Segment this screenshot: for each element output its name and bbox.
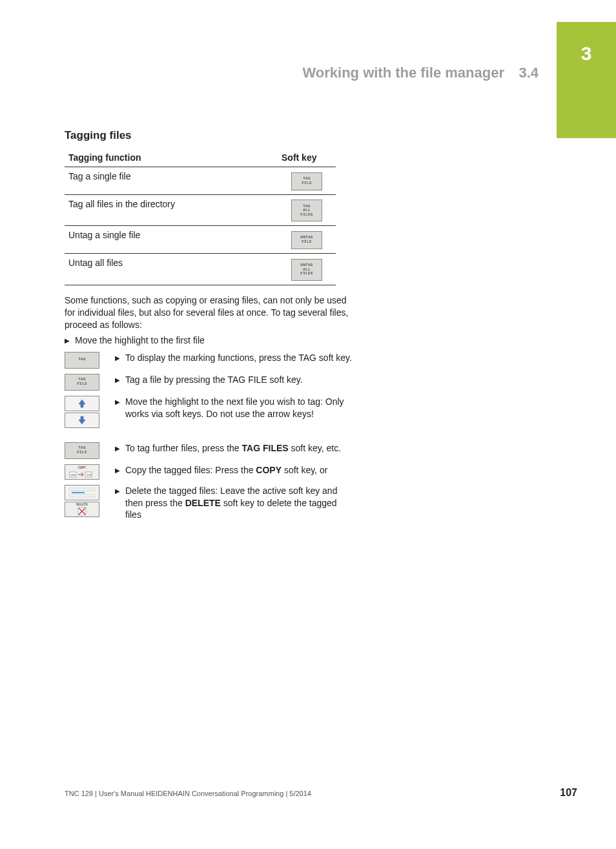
triangle-bullet-icon: ▶ [115,444,120,453]
softkey-tag-all-files-icon: TAG ALL FILES [291,199,322,221]
step-text: Delete the tagged files: Leave the activ… [125,485,355,522]
triangle-bullet-icon: ▶ [115,398,120,407]
softkey-tag-icon: TAG [65,352,99,369]
step-key-column [65,396,115,428]
step-row: ▶ Move the highlight to the next file yo… [65,396,355,428]
step-key-column: TAG FILE [65,374,115,391]
softkey-cell: TAG FILE [278,167,336,195]
header-section-number: 3.4 [518,65,539,81]
svg-rect-4 [69,488,95,491]
step-text: Tag a file by pressing the TAG FILE soft… [125,374,303,386]
softkey-untag-all-files-icon: UNTAG ALL FILES [291,259,322,281]
step-key-column: TAG FILE [65,442,115,459]
step-row: COPY ABC XYZ ▶ Copy the tagged files: P [65,464,355,480]
tagging-functions-table: Tagging function Soft key Tag a single f… [65,150,336,285]
step-text: Move the highlight to the next file you … [125,396,355,420]
step-text: To tag further files, press the TAG FILE… [125,442,341,455]
bullet-text: Move the highlight to the first file [75,335,205,345]
intro-paragraph: Some functions, such as copying or erasi… [65,294,355,331]
chapter-tab: 3 [557,22,616,138]
softkey-blank-icon [65,485,99,500]
step-row: DELETE ▶ Delete the tagged files: Leave … [65,485,355,522]
table-header-softkey: Soft key [278,150,336,167]
document-page: 3 Working with the file manager 3.4 Tagg… [0,0,616,849]
step-body: ▶ Move the highlight to the next file yo… [115,396,355,420]
step-text: Copy the tagged files: Press the COPY so… [125,464,327,476]
step-list: TAG ▶ To display the marking functions, … [65,352,355,522]
step-key-column: COPY ABC XYZ [65,464,115,480]
function-label: Tag a single file [65,167,278,195]
table-header-function: Tagging function [65,150,278,167]
triangle-bullet-icon: ▶ [115,487,120,496]
softkey-tag-file-icon: TAG FILE [65,442,99,459]
triangle-bullet-icon: ▶ [115,376,120,385]
section-heading: Tagging files [65,129,355,142]
softkey-tag-file-icon: TAG FILE [65,374,99,391]
step-row: TAG ▶ To display the marking functions, … [65,352,355,369]
page-footer: TNC 128 | User's Manual HEIDENHAIN Conve… [65,787,577,799]
footer-text: TNC 128 | User's Manual HEIDENHAIN Conve… [65,790,311,797]
table-row: Tag a single file TAG FILE [65,167,336,195]
table-row: Tag all files in the directory TAG ALL F… [65,194,336,226]
step-body: ▶ To tag further files, press the TAG FI… [115,442,355,455]
function-label: Tag all files in the directory [65,194,278,226]
softkey-untag-file-icon: UNTAG FILE [291,231,322,249]
step-body: ▶ Tag a file by pressing the TAG FILE so… [115,374,355,386]
step-key-column: TAG [65,352,115,369]
first-bullet-row: ▶ Move the highlight to the first file [65,335,355,345]
step-key-column: DELETE [65,485,115,517]
table-row: Untag a single file UNTAG FILE [65,226,336,254]
page-content: Tagging files Tagging function Soft key … [65,129,355,526]
step-row: TAG FILE ▶ Tag a file by pressing the TA… [65,374,355,391]
function-label: Untag a single file [65,226,278,254]
table-row: Untag all files UNTAG ALL FILES [65,254,336,285]
softkey-cell: UNTAG ALL FILES [278,254,336,285]
header-title: Working with the file manager [302,65,504,81]
softkey-cell: UNTAG FILE [278,226,336,254]
triangle-bullet-icon: ▶ [65,337,70,344]
softkey-tag-file-icon: TAG FILE [291,172,322,190]
page-number: 107 [560,787,577,799]
svg-text:ABC: ABC [71,473,76,476]
triangle-bullet-icon: ▶ [115,354,120,363]
softkey-cell: TAG ALL FILES [278,194,336,226]
arrow-up-key-icon [65,396,99,411]
step-body: ▶ Delete the tagged files: Leave the act… [115,485,355,522]
running-header: Working with the file manager 3.4 [65,65,539,81]
step-text: To display the marking functions, press … [125,352,352,364]
svg-rect-5 [69,495,95,497]
step-body: ▶ Copy the tagged files: Press the COPY … [115,464,355,476]
function-label: Untag all files [65,254,278,285]
step-row: TAG FILE ▶ To tag further files, press t… [65,442,355,459]
arrow-down-key-icon [65,413,99,428]
triangle-bullet-icon: ▶ [115,466,120,475]
svg-text:XYZ: XYZ [87,473,92,476]
softkey-delete-icon: DELETE [65,502,99,517]
softkey-copy-icon: COPY ABC XYZ [65,464,99,480]
step-body: ▶ To display the marking functions, pres… [115,352,355,364]
